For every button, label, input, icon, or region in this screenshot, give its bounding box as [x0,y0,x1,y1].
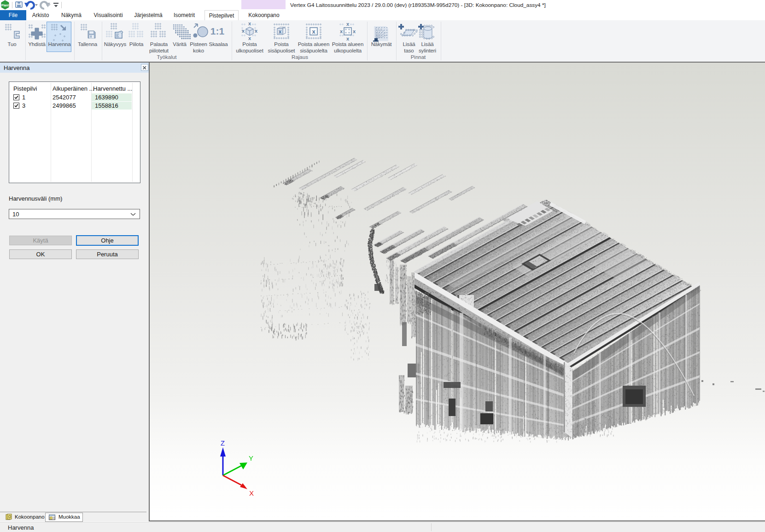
svg-text:x: x [248,22,251,26]
svg-text:1:1: 1:1 [210,26,225,36]
svg-text:x: x [353,29,356,34]
svg-text:x: x [340,29,343,34]
svg-text:x: x [255,28,258,34]
svg-text:x: x [248,35,251,41]
svg-text:x: x [346,36,350,41]
svg-text:x: x [242,28,245,34]
svg-text:x: x [312,28,315,35]
svg-text:Plant: Plant [1,4,9,7]
svg-text:x: x [346,22,350,27]
svg-text:x: x [279,29,282,35]
